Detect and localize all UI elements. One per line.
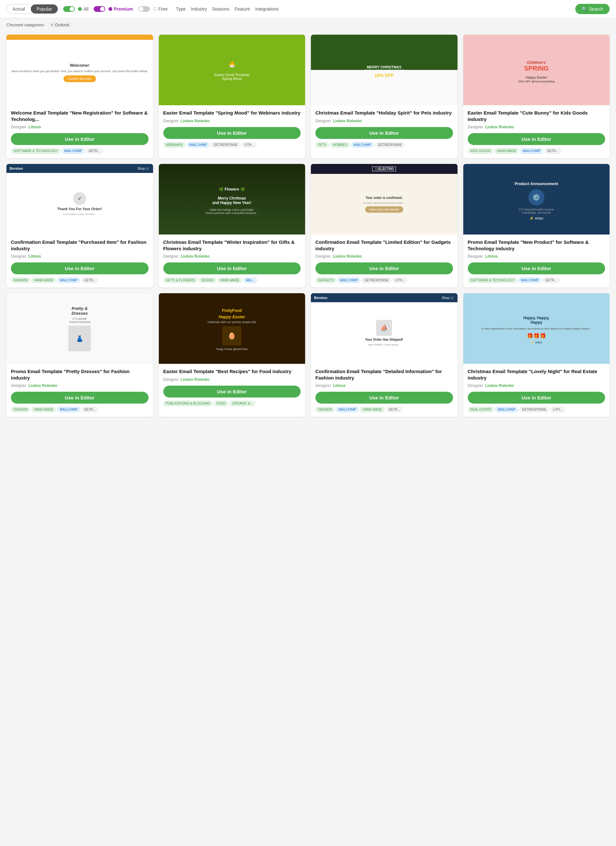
tag-ef-2: ORGANIC &... <box>230 401 255 406</box>
use-in-editor-btn-christmas-real[interactable]: Use in Editor <box>468 392 606 404</box>
tag-cw-1: DESIGN <box>199 278 216 283</box>
designer-name-ef[interactable]: Liubov Rolenko <box>181 377 210 382</box>
category-tag-outlook: ✕ Outlook <box>47 22 72 28</box>
tag-ek-2: MAILCHIMP <box>520 148 543 154</box>
tag-bf-1: HAND-MADE <box>31 278 56 283</box>
toggle-free-group: Free <box>138 6 168 12</box>
prev-winter-sub: Make the holiday merry and bright.Send s… <box>205 208 258 214</box>
tag-bf-0: FASHION <box>11 278 30 283</box>
tab-popular[interactable]: Popular <box>31 4 58 13</box>
designer-name-pp[interactable]: Liubov Rolenko <box>29 383 57 388</box>
use-in-editor-btn-promo-pretty[interactable]: Use in Editor <box>11 392 148 404</box>
prev-beretun-header: Beretun Shop 🛒 <box>6 164 153 173</box>
use-in-editor-btn-easter-kids[interactable]: Use in Editor <box>468 133 606 145</box>
designer-name-ek[interactable]: Liubov Rolenko <box>485 125 514 129</box>
card-body-christmas-winter: Christmas Email Template "Winter Inspira… <box>159 235 306 288</box>
filter-industry[interactable]: Industry <box>191 6 207 12</box>
card-preview-confirmation-gadgets: ⬛ELECTRO Your order is confirmed. Hi Joh… <box>311 164 457 235</box>
filter-bar: Actual Popular All Premium Free Type Ind <box>0 0 616 18</box>
tag-es-2: GETRESPONSE <box>211 142 240 148</box>
card-tags-welcome: SOFTWARE & TECHNOLOGY MAILCHIMP GETR... <box>11 148 148 154</box>
designer-name-cw[interactable]: Liubov Rolenko <box>181 254 210 258</box>
card-title-confirmation-gadgets: Confirmation Email Template "Limited Edi… <box>315 239 453 251</box>
card-tags-ch: PETS HOBBIES MAILCHIMP GETRESPONSE <box>315 142 453 148</box>
card-christmas-real: Happy, Happy,Happy In warm appreciation … <box>463 293 610 417</box>
designer-name-ch[interactable]: Liubov Rolenko <box>333 119 362 123</box>
tag-cg-3: LITH... <box>393 278 407 283</box>
prev-real-brand: ⚡ stripo <box>531 341 542 344</box>
designer-name-welcome[interactable]: Litmus <box>29 125 41 129</box>
designer-name-easter-spring[interactable]: Liubov Rolenko <box>181 119 210 123</box>
designer-name-cf[interactable]: Litmus <box>333 383 345 388</box>
designer-name-bf[interactable]: Litmus <box>29 254 41 258</box>
filter-type[interactable]: Type <box>176 6 185 12</box>
card-designer-christmas-holiday: Designer Liubov Rolenko <box>315 119 453 123</box>
prev-kids-sub: Happy Easter20% OFF almost everything <box>518 75 554 83</box>
card-easter-kids: Children'sSPRING Happy Easter20% OFF alm… <box>463 35 610 158</box>
card-designer-easter-kids: Designer Liubov Rolenko <box>468 125 606 129</box>
toggle-free[interactable] <box>138 6 150 12</box>
tag-ps-1: MAILCHIMP <box>519 278 542 283</box>
card-body-welcome: Welcome Email Template "New Registration… <box>6 105 153 158</box>
filter-integrations[interactable]: Integrations <box>255 6 278 12</box>
tag-cg-0: GADGETS <box>315 278 336 283</box>
card-preview-easter-kids: Children'sSPRING Happy Easter20% OFF alm… <box>463 35 610 105</box>
filter-feature[interactable]: Feature <box>235 6 250 12</box>
designer-name-cg[interactable]: Liubov Rolenko <box>333 254 362 258</box>
card-body-easter-spring: Easter Email Template "Spring Mood" for … <box>159 105 306 152</box>
card-tags-cw: GIFTS & FLOWERS DESIGN HAND-MADE MAI... <box>163 278 301 283</box>
card-preview-confirmation-fashion: Beretun Shop 🛒 ⛵ Your Order Has Shipped!… <box>311 293 457 364</box>
tag-cw-2: HAND-MADE <box>218 278 242 283</box>
tag-cf-0: FASHION <box>315 407 335 412</box>
use-in-editor-btn-promo-software[interactable]: Use in Editor <box>468 263 606 274</box>
search-button[interactable]: 🔍 Search <box>575 4 610 14</box>
prev-body-welcome: Welcome! We're excited to have you get s… <box>6 40 153 105</box>
toggle-premium[interactable] <box>94 6 105 12</box>
use-in-editor-btn-easter-food[interactable]: Use in Editor <box>163 386 301 398</box>
remove-tag-icon[interactable]: ✕ <box>50 23 54 27</box>
tag-ek-0: KIDS GOODS <box>468 148 493 154</box>
tag-ps-0: SOFTWARE & TECHNOLOGY <box>468 278 517 283</box>
designer-name-ps[interactable]: Litmus <box>485 254 498 258</box>
tag-welcome-2: GETR... <box>86 148 103 154</box>
toggle-premium-group: Premium <box>94 6 133 12</box>
use-in-editor-btn-christmas-holiday[interactable]: Use in Editor <box>315 127 453 139</box>
tag-cg-1: MAILCHIMP <box>338 278 361 283</box>
prev-beretun2-header: Beretun Shop 🛒 <box>311 293 457 302</box>
card-preview-easter-food: FindyFood Happy Easter Celebrate with ou… <box>159 293 306 364</box>
card-confirmation-gadgets: ⬛ELECTRO Your order is confirmed. Hi Joh… <box>311 164 457 288</box>
card-tags-cf: FASHION MAILCHIMP HAND-MADE GETR... <box>315 407 453 412</box>
card-designer-christmas-real: Designer Liubov Rolenko <box>468 383 606 388</box>
card-body-promo-pretty: Promo Email Template "Pretty Dresses" fo… <box>6 364 153 417</box>
toggle-all-group: All <box>63 6 88 12</box>
tag-cr-0: REAL ESTATE <box>468 407 494 412</box>
tag-es-0: WEBINARS <box>163 142 185 148</box>
filter-seasons[interactable]: Seasons <box>212 6 229 12</box>
card-body-christmas-real: Christmas Email Template "Lovely Night" … <box>463 364 610 417</box>
use-in-editor-btn-confirmation-fashion[interactable]: Use in Editor <box>315 392 453 404</box>
tag-ek-1: HAND-MADE <box>494 148 519 154</box>
prev-btn-welcome: Confirm Account <box>63 75 96 82</box>
tag-ek-3: GETR... <box>544 148 561 154</box>
card-tags-pp: FASHION HAND-MADE MAILCHIMP GETR... <box>11 407 148 412</box>
designer-name-cr[interactable]: Liubov Rolenko <box>485 383 514 388</box>
tag-cf-3: GETR... <box>386 407 403 412</box>
tab-actual[interactable]: Actual <box>7 4 31 13</box>
card-preview-promo-pretty: Pretty &Dresses IT'S MORETHAN FASHION 👗 <box>6 293 153 364</box>
use-in-editor-btn-christmas-winter[interactable]: Use in Editor <box>163 263 301 274</box>
prev-promo-sw-title: Product Announcement <box>512 178 562 189</box>
card-easter-food: FindyFood Happy Easter Celebrate with ou… <box>159 293 306 417</box>
use-in-editor-btn-welcome[interactable]: Use in Editor <box>11 133 148 145</box>
use-in-editor-btn-easter-spring[interactable]: Use in Editor <box>163 127 301 139</box>
toggle-all[interactable] <box>63 6 75 12</box>
prev-pretty-img: 👗 <box>68 326 91 351</box>
prev-food-img: 🥚 <box>222 326 242 345</box>
use-in-editor-btn-beretun-fashion[interactable]: Use in Editor <box>11 263 148 274</box>
card-tags-cg: GADGETS MAILCHIMP GETRESPONSE LITH... <box>315 278 453 283</box>
card-title-easter-food: Easter Email Template "Best Recipes" for… <box>163 368 301 375</box>
use-in-editor-btn-confirmation-gadgets[interactable]: Use in Editor <box>315 263 453 274</box>
search-icon: 🔍 <box>582 6 587 12</box>
tag-cr-3: LITH... <box>550 407 565 412</box>
prev-xmas-text: MERRY CHRISTMASAND HAPPY NEW YEAR10% OFF <box>364 65 404 78</box>
card-grid: Welcome! We're excited to have you get s… <box>0 31 616 426</box>
